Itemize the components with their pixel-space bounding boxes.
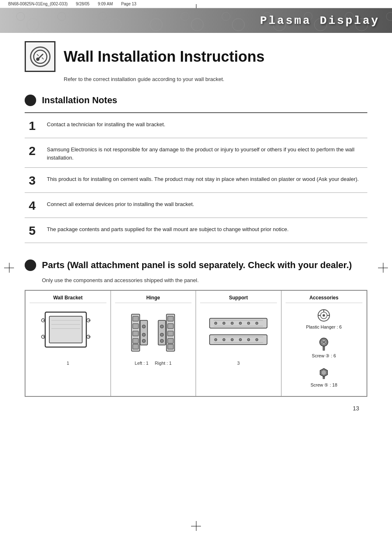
- wall-bracket-title: Wall Bracket: [30, 295, 106, 303]
- svg-point-25: [142, 325, 145, 328]
- svg-point-44: [239, 322, 242, 324]
- svg-point-61: [323, 314, 325, 317]
- support-caption: 3: [200, 361, 277, 366]
- registration-mark-bottom: [191, 521, 201, 531]
- header-title: Plasma Display: [260, 14, 380, 27]
- support-illustration: [200, 308, 277, 357]
- svg-rect-30: [168, 324, 173, 329]
- svg-rect-38: [210, 318, 267, 328]
- svg-point-53: [239, 338, 242, 341]
- svg-rect-32: [168, 338, 173, 343]
- page-subtitle: Refer to the correct installation guide …: [64, 76, 367, 82]
- tool-svg: [32, 49, 48, 65]
- parts-cell-hinge: Hinge: [111, 291, 196, 396]
- svg-point-36: [160, 333, 164, 336]
- note-text-1: Contact a technician for installing the …: [47, 119, 165, 129]
- registration-mark-left: [4, 263, 14, 273]
- support-svg: [208, 312, 269, 353]
- plastic-hanger-label: Plastic Hanger : 6: [306, 324, 342, 329]
- svg-point-54: [247, 338, 250, 341]
- header-bar: Plasma Display: [0, 8, 392, 33]
- screw-a-svg: [317, 337, 331, 351]
- wall-bracket-svg: [41, 310, 95, 355]
- hinge-left-svg: [129, 312, 150, 353]
- note-item-4: 4 Connect all external devices prior to …: [25, 193, 367, 218]
- page-number: 13: [25, 405, 367, 412]
- svg-point-46: [256, 322, 258, 324]
- file-time: 9:09 AM: [98, 2, 113, 6]
- section2-heading: Parts (Wall attachment panel is sold sep…: [25, 259, 367, 271]
- hinge-row: [129, 312, 177, 353]
- svg-point-45: [247, 322, 250, 324]
- note-text-3: This product is for installing on cement…: [47, 174, 359, 183]
- svg-point-43: [231, 322, 233, 324]
- note-text-5: The package contents and parts supplied …: [47, 224, 288, 234]
- wall-bracket-caption: 1: [30, 361, 106, 366]
- svg-rect-22: [133, 338, 138, 343]
- parts-subtitle: Only use the components and accessories …: [42, 277, 367, 283]
- svg-rect-33: [168, 344, 173, 349]
- note-text-4: Connect all external devices prior to in…: [47, 199, 194, 208]
- svg-point-35: [160, 325, 164, 328]
- plastic-hanger-svg: [317, 308, 331, 322]
- accessories-illustration: Plastic Hanger : 6: [286, 308, 363, 392]
- svg-rect-31: [168, 331, 173, 336]
- parts-cell-wall-bracket: Wall Bracket: [25, 291, 111, 396]
- note-item-5: 5 The package contents and parts supplie…: [25, 218, 367, 243]
- title-icon-box: [25, 41, 55, 72]
- note-number-1: 1: [29, 119, 40, 132]
- svg-point-2: [36, 58, 39, 61]
- svg-point-42: [223, 322, 225, 324]
- screw-a-label: Screw ③ : 6: [312, 353, 336, 359]
- svg-rect-47: [210, 335, 267, 345]
- hinge-title: Hinge: [115, 295, 192, 303]
- svg-point-27: [142, 339, 145, 343]
- main-content: Wall Installation Instructions Refer to …: [0, 33, 392, 428]
- svg-point-37: [160, 339, 164, 343]
- section1-bullet: [25, 95, 36, 106]
- note-item-1: 1 Contact a technician for installing th…: [25, 113, 367, 138]
- hinge-caption: Left : 1 Right : 1: [115, 361, 192, 366]
- parts-cell-accessories: Accessories Plastic Hanger: [281, 291, 367, 396]
- accessories-title: Accessories: [286, 295, 363, 303]
- svg-line-3: [37, 54, 39, 56]
- svg-point-52: [231, 338, 233, 341]
- note-text-2: Samsung Electronics is not responsible f…: [47, 144, 363, 162]
- svg-rect-71: [323, 377, 325, 379]
- wrench-icon: [30, 46, 51, 67]
- hinge-right-svg: [156, 312, 177, 353]
- svg-point-26: [142, 333, 145, 336]
- svg-point-55: [256, 338, 258, 341]
- accessory-screw-a: Screw ③ : 6: [312, 337, 336, 359]
- screw-a-icon: [316, 337, 331, 352]
- note-number-4: 4: [29, 199, 40, 212]
- section1-heading: Installation Notes: [25, 95, 367, 106]
- svg-rect-19: [133, 316, 138, 321]
- hinge-illustration: [115, 308, 192, 357]
- file-date: 9/28/05: [76, 2, 90, 6]
- note-item-2: 2 Samsung Electronics is not responsible…: [25, 138, 367, 168]
- accessory-plastic-hanger: Plastic Hanger : 6: [306, 308, 342, 329]
- svg-rect-21: [133, 331, 138, 336]
- hinge-left-label: Left : 1: [135, 361, 149, 366]
- svg-point-41: [214, 322, 217, 324]
- svg-rect-20: [133, 324, 138, 329]
- hinge-right-label: Right : 1: [155, 361, 172, 366]
- page-title-section: Wall Installation Instructions: [25, 41, 367, 72]
- svg-line-4: [42, 58, 44, 59]
- filename: BN68-00825N-01Eng_(002-033): [8, 2, 68, 6]
- support-title: Support: [200, 295, 277, 303]
- section1-title: Installation Notes: [42, 95, 117, 106]
- svg-rect-23: [133, 344, 138, 349]
- file-page-ref: Page 13: [121, 2, 136, 6]
- parts-cell-support: Support: [196, 291, 281, 396]
- screw-b-label: Screw ⑤ : 18: [311, 382, 337, 388]
- plastic-hanger-icon: [316, 308, 331, 323]
- svg-point-50: [214, 338, 217, 341]
- registration-mark-right: [378, 263, 388, 273]
- accessory-screw-b: Screw ⑤ : 18: [311, 366, 337, 388]
- note-number-2: 2: [29, 144, 40, 157]
- section2-title: Parts (Wall attachment panel is sold sep…: [42, 260, 352, 271]
- parts-grid: Wall Bracket: [25, 290, 367, 397]
- screw-b-svg: [317, 368, 331, 379]
